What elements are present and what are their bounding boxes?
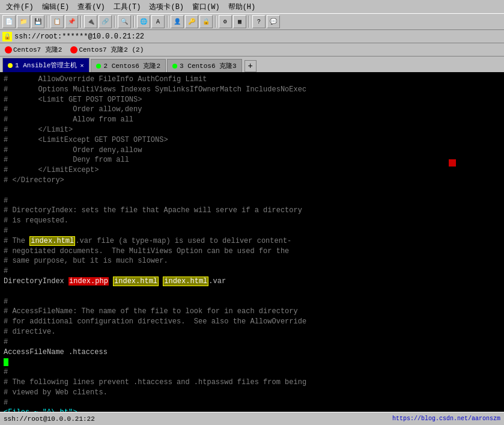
menu-view[interactable]: 查看(V): [74, 1, 109, 13]
line-18: # negotiated documents. The MultiViews O…: [4, 246, 500, 257]
line-9: # Deny from all: [4, 155, 500, 165]
key-button[interactable]: 🔑: [185, 15, 198, 28]
line-24: # AccessFileName: The name of the file t…: [4, 307, 500, 317]
tab-label-3: 3 Centos6 克隆3: [180, 61, 237, 70]
bookmark-1[interactable]: Centos7 克隆2: [2, 44, 64, 55]
toolbar-sep-2: [80, 16, 82, 28]
status-bar: ssh://root@10.0.0.21:22 https://blog.csd…: [0, 412, 504, 425]
layout-button[interactable]: ▦: [233, 15, 246, 28]
tab-close-1[interactable]: ✕: [79, 62, 84, 69]
menu-help[interactable]: 帮助(H): [225, 1, 260, 13]
paste-button[interactable]: 📌: [65, 15, 78, 28]
tab-1[interactable]: 1 Ansible管理主机 ✕: [2, 58, 90, 72]
line-30: #: [4, 367, 500, 378]
tab-bar: 1 Ansible管理主机 ✕ 2 Centos6 克隆2 3 Centos6 …: [0, 57, 504, 72]
font-button[interactable]: A: [151, 15, 165, 28]
chat-button[interactable]: 💬: [267, 15, 280, 28]
red-indicator: [449, 159, 456, 167]
line-23: #: [4, 297, 500, 307]
line-27: #: [4, 337, 500, 347]
copy-button[interactable]: 📋: [50, 15, 64, 28]
line-15: # is requested.: [4, 216, 500, 226]
line-19: # same purpose, but it is much slower.: [4, 256, 500, 266]
line-3: # <Limit GET POST OPTIONS>: [4, 95, 500, 105]
line-2: # Options MultiViews Indexes SymLinksIfO…: [4, 85, 500, 95]
terminal[interactable]: # AllowOverride FileInfo AuthConfig Limi…: [0, 72, 504, 412]
line-25: # for additional configuration directive…: [4, 317, 500, 327]
line-17: # The index.html.var file (a type-map) i…: [4, 236, 500, 246]
bookmark-icon-1: [5, 46, 12, 54]
status-right: https://blog.csdn.net/aaronszm: [392, 415, 500, 422]
cursor: [4, 358, 8, 366]
address-bar: 🔒 ssh://root:******@10.0.0.21:22: [0, 30, 504, 43]
settings-button[interactable]: ⚙: [219, 15, 232, 28]
line-5: # Allow from all: [4, 115, 500, 125]
toolbar-sep-4: [133, 16, 135, 28]
tab-label-1: 1 Ansible管理主机: [15, 61, 77, 70]
menu-tabs[interactable]: 选项卡(B): [145, 1, 187, 13]
menu-window[interactable]: 窗口(W): [189, 1, 223, 13]
connect-button[interactable]: 🔌: [84, 15, 97, 28]
line-4: # Order allow,deny: [4, 105, 500, 115]
line-14: # DirectoryIndex: sets the file that Apa…: [4, 206, 500, 216]
line-21: DirectoryIndex index.php index.html inde…: [4, 277, 500, 287]
menu-tools[interactable]: 工具(T): [110, 1, 145, 13]
globe-button[interactable]: 🌐: [137, 15, 150, 28]
line-16: #: [4, 226, 500, 236]
save-button[interactable]: 💾: [31, 15, 44, 28]
line-22: [4, 287, 500, 297]
line-6: # </Limit>: [4, 125, 500, 135]
status-left: ssh://root@10.0.0.21:22: [4, 415, 392, 423]
search-button[interactable]: 🔍: [118, 15, 131, 28]
line-12: [4, 186, 500, 196]
toolbar-sep-5: [167, 16, 168, 28]
line-8: # Order deny,allow: [4, 145, 500, 156]
line-20: #: [4, 266, 500, 277]
bookmark-label-1: Centos7 克隆2: [13, 45, 62, 54]
line-7: # <LimitExcept GET POST OPTIONS>: [4, 135, 500, 145]
tab-2[interactable]: 2 Centos6 克隆2: [91, 59, 166, 72]
profile-button[interactable]: 👤: [171, 15, 184, 28]
toolbar-sep-6: [215, 16, 216, 28]
line-31: # The following lines prevent .htaccess …: [4, 378, 500, 388]
line-10: # </LimitExcept>: [4, 165, 500, 176]
address-icon: 🔒: [2, 32, 12, 41]
bookmark-2[interactable]: Centos7 克隆2 (2): [68, 44, 146, 55]
bookmark-icon-2: [70, 46, 77, 54]
line-33: #: [4, 398, 500, 408]
open-button[interactable]: 📁: [17, 15, 30, 28]
disconnect-button[interactable]: 🔗: [99, 15, 112, 28]
address-text: ssh://root:******@10.0.0.21:22: [14, 32, 144, 41]
toolbar-sep-3: [114, 16, 115, 28]
line-1: # AllowOverride FileInfo AuthConfig Limi…: [4, 75, 500, 85]
line-32: # viewed by Web clients.: [4, 388, 500, 398]
menu-edit[interactable]: 编辑(E): [38, 1, 73, 13]
line-11: # </Directory>: [4, 176, 500, 186]
line-28: AccessFileName .htaccess: [4, 347, 500, 358]
line-34: <Files ~ "^\.ht">: [4, 408, 500, 412]
tab-add-button[interactable]: +: [244, 60, 257, 72]
toolbar-sep-1: [47, 16, 48, 28]
line-29: [4, 357, 500, 367]
tab-label-2: 2 Centos6 克隆2: [103, 61, 160, 70]
help-button[interactable]: ?: [252, 15, 266, 28]
bookmark-label-2: Centos7 克隆2 (2): [79, 45, 144, 54]
line-26: # directive.: [4, 327, 500, 337]
lock-button[interactable]: 🔒: [199, 15, 213, 28]
tab-dot-1: [8, 63, 13, 68]
line-13: #: [4, 196, 500, 206]
tab-dot-2: [96, 64, 101, 69]
menu-file[interactable]: 文件(F): [2, 1, 37, 13]
new-button[interactable]: 📄: [2, 15, 16, 28]
bookmarks-bar: Centos7 克隆2 Centos7 克隆2 (2): [0, 43, 504, 57]
toolbar: 📄 📁 💾 📋 📌 🔌 🔗 🔍 🌐 A 👤 🔑 🔒 ⚙ ▦ ? 💬: [0, 13, 504, 30]
toolbar-sep-7: [249, 16, 250, 28]
menu-bar: 文件(F) 编辑(E) 查看(V) 工具(T) 选项卡(B) 窗口(W) 帮助(…: [0, 0, 504, 13]
tab-dot-3: [172, 64, 177, 69]
tab-3[interactable]: 3 Centos6 克隆3: [167, 59, 242, 72]
